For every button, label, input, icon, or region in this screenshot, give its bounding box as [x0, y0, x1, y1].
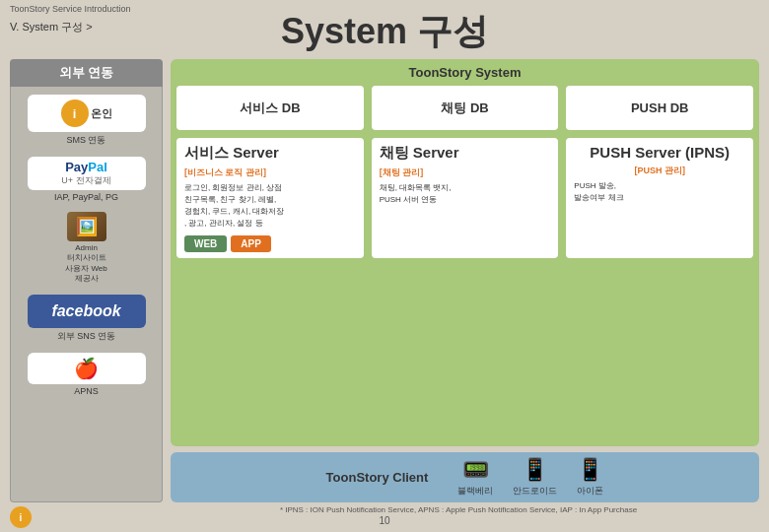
push-server-title: PUSH Server (IPNS) — [574, 144, 745, 161]
service-server-title: 서비스 Server — [184, 144, 356, 163]
sms-label: SMS 연동 — [66, 134, 105, 147]
ion-logo-bottom: i — [10, 506, 32, 528]
push-server-subtitle: [PUSH 관리] — [574, 165, 745, 177]
facebook-text: facebook — [51, 302, 120, 320]
apple-icon: 🍎 — [74, 357, 99, 380]
footer-note: * IPNS : ION Push Notification Service, … — [158, 505, 759, 514]
left-item-apns: 🍎 APNS — [16, 353, 157, 396]
ion-text: 온인 — [91, 106, 112, 121]
page-number: 10 — [0, 515, 769, 526]
device-android: 📱 안드로이드 — [513, 457, 557, 498]
db-row: 서비스 DB 채팅 DB PUSH DB — [176, 86, 753, 130]
admin-label: Admin터치사이트사용자 Web제공사 — [65, 243, 107, 285]
android-icon: 📱 — [522, 457, 548, 483]
server-row: 서비스 Server [비즈니스 로직 관리] 로그인, 회원정보 관리, 상점… — [176, 138, 753, 258]
service-server-subtitle: [비즈니스 로직 관리] — [184, 166, 356, 179]
push-server-content: PUSH 발송, 발송여부 체크 — [574, 180, 745, 204]
page: ToonStory Service Introduction V. System… — [0, 0, 769, 532]
chat-server-content: 채팅, 대화목록 뱃지, PUSH 서버 연동 — [380, 182, 551, 206]
blackberry-label: 블랙베리 — [457, 485, 493, 498]
apple-box: 🍎 — [28, 353, 146, 384]
device-iphone: 📱 아이폰 — [577, 457, 603, 498]
service-server: 서비스 Server [비즈니스 로직 관리] 로그인, 회원정보 관리, 상점… — [176, 138, 364, 258]
chat-server-title: 채팅 Server — [380, 144, 551, 163]
left-item-admin: 🖼️ Admin터치사이트사용자 Web제공사 — [16, 212, 157, 285]
left-item-facebook: facebook 외부 SNS 연동 — [16, 295, 157, 343]
right-col: ToonStory System 서비스 DB 채팅 DB PUSH DB 서비… — [171, 59, 759, 502]
toonstory-system: ToonStory System 서비스 DB 채팅 DB PUSH DB 서비… — [171, 59, 759, 446]
iphone-icon: 📱 — [577, 457, 603, 483]
left-item-sms: i 온인 SMS 연동 — [16, 95, 157, 147]
service-server-content: 로그인, 회원정보 관리, 상점 친구목록, 친구 찾기, 레벨, 경험치, 쿠… — [184, 182, 356, 230]
paypal-label: IAP, PayPal, PG — [54, 192, 118, 202]
admin-img-icon: 🖼️ — [76, 216, 98, 237]
uplus-text: U+ 전자결제 — [61, 174, 110, 187]
left-item-paypal: PayPal U+ 전자결제 IAP, PayPal, PG — [16, 157, 157, 202]
tc-label: ToonStory Client — [326, 470, 429, 485]
service-db: 서비스 DB — [176, 86, 364, 130]
paypal-text: PayPal — [65, 160, 107, 174]
device-blackberry: 📟 블랙베리 — [457, 457, 493, 498]
facebook-box: facebook — [28, 295, 146, 328]
facebook-sublabel: 외부 SNS 연동 — [57, 330, 116, 343]
chat-db: 채팅 DB — [372, 86, 559, 130]
ion-logo-box: i 온인 — [28, 95, 146, 132]
page-title: System 구성 — [0, 8, 769, 56]
push-server: PUSH Server (IPNS) [PUSH 관리] PUSH 발송, 발송… — [566, 138, 753, 258]
iphone-label: 아이폰 — [577, 485, 603, 498]
push-db: PUSH DB — [566, 86, 753, 130]
left-panel-header: 외부 연동 — [10, 59, 163, 87]
left-panel: 외부 연동 i 온인 SMS 연동 PayPal — [10, 59, 163, 502]
blackberry-icon: 📟 — [462, 457, 489, 483]
android-label: 안드로이드 — [513, 485, 557, 498]
main-area: 외부 연동 i 온인 SMS 연동 PayPal — [10, 59, 759, 502]
admin-box: 🖼️ Admin터치사이트사용자 Web제공사 — [28, 212, 146, 285]
ion-circle: i — [61, 100, 89, 127]
server-buttons: WEB APP — [184, 235, 356, 252]
ion-logo-circle: i — [10, 506, 32, 528]
chat-server: 채팅 Server [채팅 관리] 채팅, 대화목록 뱃지, PUSH 서버 연… — [372, 138, 559, 258]
admin-image: 🖼️ — [67, 212, 106, 241]
app-button[interactable]: APP — [231, 235, 271, 252]
ts-system-title: ToonStory System — [176, 65, 753, 80]
ion-logo: i 온인 — [61, 100, 112, 127]
chat-server-subtitle: [채팅 관리] — [380, 166, 551, 179]
apns-label: APNS — [74, 386, 99, 396]
paypal-box: PayPal U+ 전자결제 — [28, 157, 146, 190]
toonstory-client: ToonStory Client 📟 블랙베리 📱 안드로이드 📱 아이폰 — [171, 452, 759, 502]
left-panel-body: i 온인 SMS 연동 PayPal U+ 전자결제 IAP, PayPal, … — [10, 87, 163, 502]
web-button[interactable]: WEB — [184, 235, 227, 252]
